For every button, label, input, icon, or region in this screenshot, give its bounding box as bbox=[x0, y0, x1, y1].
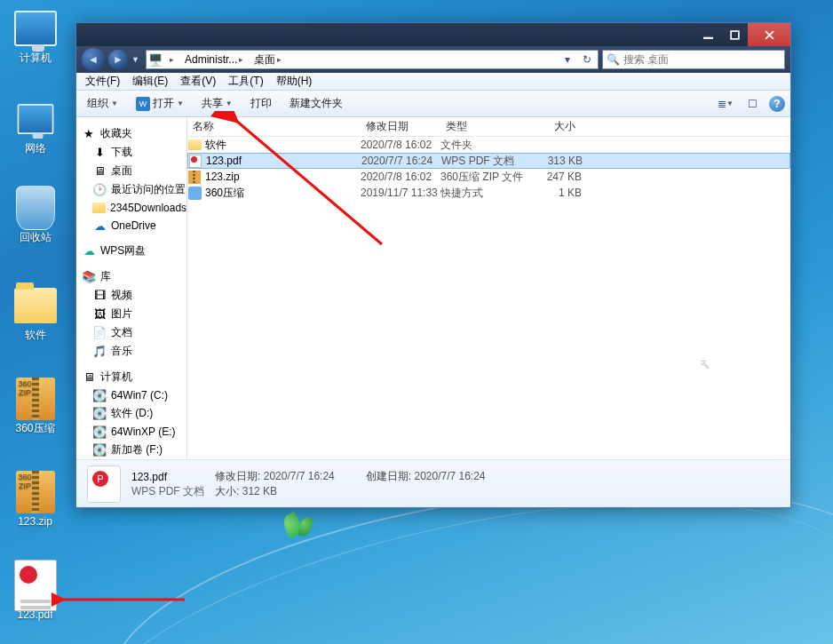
search-box[interactable]: 🔍 搜索 桌面 bbox=[602, 50, 785, 69]
refresh-icon[interactable]: ↻ bbox=[578, 53, 596, 66]
file-row[interactable]: 软件2020/7/8 16:02文件夹 bbox=[187, 137, 790, 153]
desktop-icon-123-pdf[interactable]: 123.pdf bbox=[2, 564, 68, 621]
file-type-icon bbox=[187, 186, 202, 200]
column-headers: 名称 修改日期 类型 大小 bbox=[187, 117, 790, 137]
menu-file[interactable]: 文件(F) bbox=[80, 72, 125, 91]
desktop-label: 123.zip bbox=[2, 515, 68, 528]
file-date: 2019/11/7 11:33 bbox=[361, 187, 440, 199]
nav-computer-head[interactable]: 🖥计算机 bbox=[76, 368, 186, 386]
nav-downloads[interactable]: ⬇下载 bbox=[76, 143, 186, 162]
file-row[interactable]: 360压缩2019/11/7 11:33快捷方式1 KB bbox=[187, 185, 790, 201]
details-size-label: 大小: bbox=[215, 485, 239, 497]
titlebar[interactable] bbox=[76, 23, 790, 46]
nav-desktop[interactable]: 🖥桌面 bbox=[76, 162, 186, 180]
wallpaper-leaf-2 bbox=[298, 516, 313, 537]
desktop-icon-360zip[interactable]: 360压缩 bbox=[2, 378, 68, 434]
breadcrumb-item[interactable]: Administr...▸ bbox=[181, 51, 247, 68]
menu-help[interactable]: 帮助(H) bbox=[271, 72, 318, 91]
menu-view[interactable]: 查看(V) bbox=[175, 72, 221, 91]
nav-label: 新加卷 (F:) bbox=[111, 442, 163, 457]
nav-label: WPS网盘 bbox=[100, 243, 146, 258]
toolbar-share[interactable]: 共享▼ bbox=[196, 93, 238, 114]
computer-icon: 🖥 bbox=[82, 370, 96, 385]
column-name[interactable]: 名称 bbox=[187, 119, 361, 134]
file-name: 软件 bbox=[205, 138, 226, 153]
toolbar-organize[interactable]: 组织▼ bbox=[82, 93, 123, 114]
nav-videos[interactable]: 🎞视频 bbox=[76, 286, 186, 305]
desktop-icon-123-zip[interactable]: 123.zip bbox=[2, 471, 68, 528]
nav-label: 文档 bbox=[111, 325, 132, 340]
nav-recent[interactable]: 🕑最近访问的位置 bbox=[76, 180, 186, 199]
address-bar[interactable]: 🖥️ ▸ Administr...▸ 桌面▸ ▾ ↻ bbox=[146, 50, 599, 69]
column-type[interactable]: 类型 bbox=[440, 119, 525, 134]
network-icon bbox=[17, 104, 53, 134]
desktop-icon-software-folder[interactable]: 软件 bbox=[2, 284, 68, 341]
nav-drive-e[interactable]: 💽64WinXP (E:) bbox=[76, 423, 186, 441]
file-type: 快捷方式 bbox=[440, 186, 525, 201]
column-date[interactable]: 修改日期 bbox=[361, 119, 440, 134]
details-mod-label: 修改日期: bbox=[215, 470, 260, 482]
nav-onedrive[interactable]: ☁OneDrive bbox=[76, 217, 186, 235]
nav-drive-c[interactable]: 💽64Win7 (C:) bbox=[76, 386, 186, 404]
details-filetype: WPS PDF 文档 bbox=[131, 484, 204, 498]
maximize-button[interactable] bbox=[721, 23, 748, 46]
nav-2345downloads[interactable]: 2345Downloads bbox=[76, 199, 186, 217]
file-date: 2020/7/7 16:24 bbox=[361, 155, 441, 167]
details-size-value: 312 KB bbox=[242, 485, 277, 497]
close-button[interactable] bbox=[748, 23, 790, 46]
nav-back-button[interactable]: ◄ bbox=[82, 48, 105, 71]
desktop-icon-computer[interactable]: 计算机 bbox=[2, 7, 68, 64]
mouse-cursor: ↖ bbox=[700, 357, 710, 371]
cloud-icon: ☁ bbox=[82, 244, 96, 258]
nav-label: 64WinXP (E:) bbox=[111, 425, 175, 438]
breadcrumb-dropdown[interactable]: ▸ bbox=[166, 51, 178, 68]
preview-pane-icon[interactable]: ☐ bbox=[742, 94, 762, 114]
library-icon: 📚 bbox=[82, 270, 96, 284]
desktop-icon-recycle-bin[interactable]: 回收站 bbox=[2, 187, 68, 243]
nav-favorites-head[interactable]: ★收藏夹 bbox=[76, 124, 186, 143]
file-type-icon bbox=[188, 154, 202, 168]
menu-edit[interactable]: 编辑(E) bbox=[127, 72, 173, 91]
toolbar-label: 共享 bbox=[202, 96, 223, 111]
titlebar-drag[interactable] bbox=[76, 23, 694, 46]
picture-icon: 🖼 bbox=[92, 307, 107, 322]
svg-rect-0 bbox=[703, 36, 713, 38]
toolbar-new-folder[interactable]: 新建文件夹 bbox=[284, 93, 348, 114]
file-date: 2020/7/8 16:02 bbox=[361, 139, 440, 151]
folder-icon: 🖥️ bbox=[148, 52, 163, 67]
nav-label: OneDrive bbox=[111, 219, 156, 232]
nav-drive-f[interactable]: 💽新加卷 (F:) bbox=[76, 441, 186, 459]
file-row[interactable]: 123.pdf2020/7/7 16:24WPS PDF 文档313 KB bbox=[187, 153, 790, 169]
wps-icon: W bbox=[136, 97, 150, 111]
minimize-button[interactable] bbox=[694, 23, 721, 46]
toolbar-open[interactable]: W打开▼ bbox=[131, 93, 189, 114]
file-list-pane: 名称 修改日期 类型 大小 软件2020/7/8 16:02文件夹123.pdf… bbox=[187, 117, 790, 459]
nav-music[interactable]: 🎵音乐 bbox=[76, 342, 186, 361]
toolbar-print[interactable]: 打印 bbox=[245, 93, 277, 114]
details-filename: 123.pdf bbox=[131, 470, 204, 484]
nav-history-dropdown[interactable]: ▼ bbox=[131, 55, 142, 64]
file-rows: 软件2020/7/8 16:02文件夹123.pdf2020/7/7 16:24… bbox=[187, 137, 790, 459]
drive-icon: 💽 bbox=[92, 443, 107, 457]
column-size[interactable]: 大小 bbox=[525, 119, 582, 134]
nav-label: 64Win7 (C:) bbox=[111, 389, 168, 402]
desktop-icon-network[interactable]: 网络 bbox=[2, 98, 68, 155]
download-icon: ⬇ bbox=[92, 146, 107, 160]
recent-icon: 🕑 bbox=[92, 183, 107, 197]
file-row[interactable]: 123.zip2020/7/8 16:02360压缩 ZIP 文件247 KB bbox=[187, 169, 790, 185]
folder-icon bbox=[92, 201, 106, 215]
nav-wps[interactable]: ☁WPS网盘 bbox=[76, 242, 186, 260]
nav-pictures[interactable]: 🖼图片 bbox=[76, 305, 186, 323]
nav-forward-button[interactable]: ► bbox=[108, 50, 128, 69]
nav-documents[interactable]: 📄文档 bbox=[76, 323, 186, 342]
address-dropdown-icon[interactable]: ▾ bbox=[560, 53, 575, 66]
nav-libraries-head[interactable]: 📚库 bbox=[76, 267, 186, 286]
help-icon[interactable]: ? bbox=[769, 96, 785, 112]
desktop-label: 计算机 bbox=[2, 52, 68, 64]
view-options-icon[interactable]: ≣ ▼ bbox=[716, 94, 735, 114]
drive-icon: 💽 bbox=[92, 407, 107, 421]
menu-tools[interactable]: 工具(T) bbox=[223, 72, 268, 91]
breadcrumb-item[interactable]: 桌面▸ bbox=[250, 51, 285, 68]
nav-drive-d[interactable]: 💽软件 (D:) bbox=[76, 404, 186, 423]
folder-icon bbox=[14, 288, 57, 323]
